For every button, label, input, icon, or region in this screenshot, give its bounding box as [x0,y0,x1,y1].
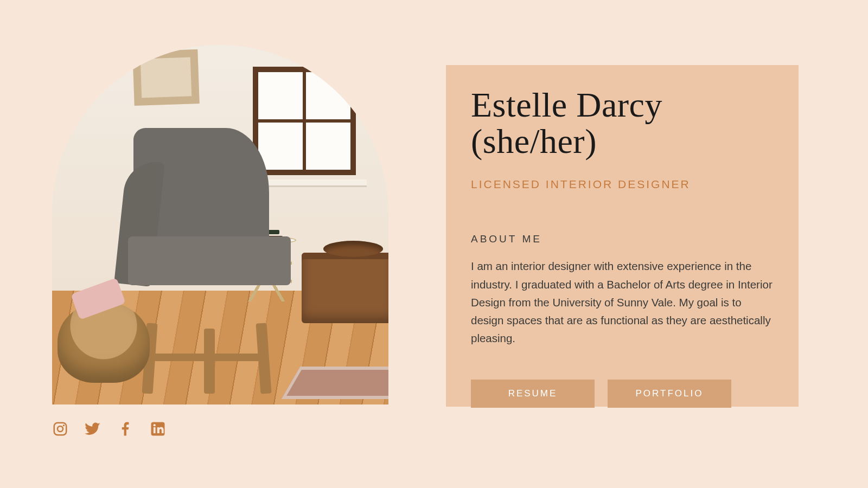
svg-rect-0 [54,423,67,435]
facebook-link[interactable] [117,421,133,437]
profile-name-line1: Estelle Darcy [471,86,662,124]
profile-name-line2: (she/her) [471,122,597,160]
svg-rect-4 [154,427,156,433]
hero-interior-photo [52,45,388,404]
about-body: I am an interior designer with extensive… [471,257,774,347]
social-links [52,421,166,437]
facebook-icon [117,421,133,437]
resume-button[interactable]: RESUME [471,380,595,408]
svg-point-5 [154,424,156,426]
twitter-link[interactable] [85,421,101,437]
instagram-link[interactable] [52,421,68,437]
profile-role: LICENSED INTERIOR DESIGNER [471,178,774,191]
svg-point-2 [63,425,65,426]
profile-card: Estelle Darcy (she/her) LICENSED INTERIO… [446,65,799,407]
linkedin-link[interactable] [150,421,166,437]
svg-point-1 [58,426,63,432]
about-heading: ABOUT ME [471,233,774,245]
profile-name: Estelle Darcy (she/her) [471,87,774,159]
portfolio-button[interactable]: PORTFOLIO [608,380,731,408]
twitter-icon [85,421,101,437]
linkedin-icon [150,421,166,437]
button-row: RESUME PORTFOLIO [471,380,774,408]
instagram-icon [52,421,68,437]
